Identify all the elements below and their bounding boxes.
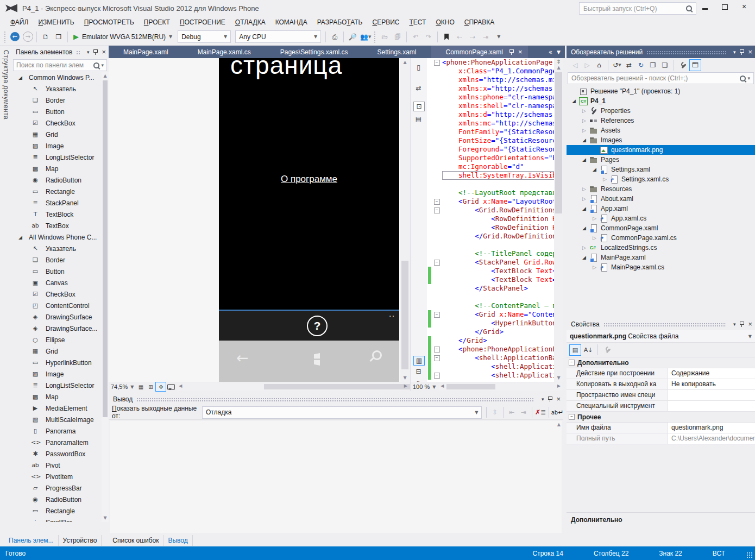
configuration-select[interactable]: Debug▼ [178,30,231,43]
solution-search-input[interactable]: Обозреватель решений - поиск (Ctrl+;) ▾ [568,72,754,84]
document-outline-icon[interactable]: ▤ [413,114,424,124]
preview-selected-items-icon[interactable]: 🗔 [689,59,701,71]
minimize-button[interactable] [695,0,715,13]
property-value[interactable]: questionmark.png [668,423,755,433]
outline-margin[interactable] [431,110,442,119]
tree-item[interactable]: Решение "P4_1" (проектов: 1) [567,86,755,96]
collapse-box-icon[interactable]: − [434,312,440,318]
outline-margin[interactable] [431,284,442,293]
outline-margin[interactable]: − [431,354,442,362]
close-icon[interactable]: × [748,321,752,327]
toolbox-item[interactable]: ▩Map [11,163,102,174]
menu-item-8[interactable]: СЕРВИС [367,17,404,28]
collapsed-arrow-icon[interactable]: ▷ [593,235,600,241]
forward-icon[interactable]: ▷ [582,60,593,71]
maximize-button[interactable] [715,0,734,13]
window-position-icon[interactable]: ▾ [542,397,544,402]
output-source-select[interactable]: Отладка▼ [202,406,482,419]
collapsed-arrow-icon[interactable]: ▷ [582,128,589,133]
menu-item-2[interactable]: ПРОСМОТРЕТЬ [79,17,139,28]
outline-margin[interactable] [431,119,442,128]
toolbox-item[interactable]: ▭Button [11,106,102,117]
solution-explorer-header[interactable]: Обозреватель решений ▾ × [567,46,755,58]
property-value[interactable] [668,390,755,400]
outline-margin[interactable] [431,102,442,110]
doc-tab-2[interactable]: Pages\Settings.xaml.cs [266,46,363,58]
resize-grip-icon[interactable] [746,552,753,558]
toolbox-search-input[interactable]: Поиск по панели элем ▾ [13,59,107,71]
outline-margin[interactable]: − [431,58,442,67]
alphabetical-sort-icon[interactable]: A↓ [583,345,594,355]
collapsed-arrow-icon[interactable]: ▷ [582,186,589,192]
outline-margin[interactable] [431,154,442,162]
prev-message-icon[interactable]: ⇤ [506,407,518,418]
redo-checkout-icon[interactable]: ↷ [422,30,435,43]
horizontal-split-icon[interactable]: ⊟ [413,367,424,376]
outline-margin[interactable] [431,319,442,328]
tree-item[interactable]: ◢Images [567,135,755,145]
property-row[interactable]: Специальный инструмент [567,401,755,412]
collapse-box-icon[interactable]: − [434,199,440,205]
tree-item[interactable]: ◢MainPage.xaml [567,253,755,262]
designer-horizontal-scrollbar[interactable]: ◀ ▶ [177,383,409,391]
property-value[interactable]: Содержание [668,368,755,379]
toolbox-item[interactable]: ▣Canvas [11,277,102,288]
toolbox-item[interactable]: ◰ContentControl [11,300,102,311]
collapse-box-icon[interactable]: − [434,60,440,66]
outline-margin[interactable] [431,84,442,93]
search-icon[interactable] [740,75,746,81]
properties-wrench-icon[interactable] [677,60,688,71]
menu-item-4[interactable]: ПОСТРОЕНИЕ [175,17,230,28]
close-icon[interactable]: × [556,396,561,402]
snaplines-toggle-icon[interactable]: ✥ [155,382,166,392]
toolbox-item[interactable]: ▭Rectangle [11,186,102,197]
expanded-arrow-icon[interactable]: ◢ [18,235,26,240]
outline-margin[interactable] [431,93,442,102]
start-debug-button[interactable]: ▶ Emulator WVGA 512MB(RU) ▼ [70,32,175,42]
toolbox-item[interactable]: ❏Border [11,95,102,106]
tab-overflow-icons[interactable]: «▼ [549,46,565,58]
platform-select[interactable]: Any CPU▼ [235,30,321,43]
toolbox-item[interactable]: abTextBox [11,220,102,231]
toolbox-item[interactable]: ▩Map [11,391,102,402]
collapsed-arrow-icon[interactable]: ▷ [582,108,589,114]
toolbox-item[interactable]: ↖Указатель [11,243,102,254]
show-all-files-icon[interactable]: ❏ [659,60,670,71]
toolbox-item[interactable]: abPivot [11,460,102,471]
back-icon[interactable]: ◁ [570,60,581,71]
tree-item[interactable]: ◢Settings.xaml [567,165,755,174]
search-icon[interactable] [93,62,99,68]
outline-margin[interactable] [431,215,442,223]
undo-checkout-icon[interactable]: ↶ [409,30,422,43]
expanded-arrow-icon[interactable]: ◢ [593,167,600,172]
show-grid-icon[interactable]: ▦ [136,382,146,391]
outline-margin[interactable] [431,162,442,171]
bottom-tab-center-1[interactable]: Вывод [163,535,192,546]
tree-item[interactable]: ▷App.xaml.cs [567,213,755,223]
collapse-box-icon[interactable]: − [434,260,440,266]
outline-margin[interactable] [431,171,442,180]
xaml-code-editor[interactable]: −<phone:PhoneApplicationPagex:Class="P4_… [427,58,554,382]
designer-zoom-select[interactable]: 74,5%▼ [109,383,136,390]
toolbox-scrollbar[interactable]: ▲ ▼ [102,72,109,522]
sync-selection-icon[interactable]: ⇄ [624,60,634,71]
toolbox-item[interactable]: TTextBlock [11,209,102,220]
designer-code-splitter[interactable]: ▯ ⇄ ⊡ ▤ ▥ ⊟ » [410,58,427,391]
outline-margin[interactable] [431,136,442,145]
tree-item[interactable]: ▷LocalizedStrings.cs [567,243,755,253]
doc-tab-3[interactable]: Settings.xaml [363,46,431,58]
toolbox-item[interactable]: ▦Grid [11,129,102,140]
outline-margin[interactable] [431,328,442,336]
bottom-tab-center-0[interactable]: Список ошибок [108,535,163,546]
toolbox-item[interactable]: ▭Rectangle [11,505,102,517]
outline-margin[interactable] [431,249,442,258]
toolbox-item[interactable]: ☑CheckBox [11,288,102,300]
next-bookmark-icon[interactable]: ⇢ [466,30,479,43]
expanded-arrow-icon[interactable]: ◢ [582,157,589,162]
collapse-box-icon[interactable]: − [434,347,440,353]
expanded-arrow-icon[interactable]: ◢ [582,206,589,211]
designer-vertical-scrollbar[interactable]: ▲ ▼ [400,58,410,382]
toolbox-item[interactable]: <>PivotItem [11,471,102,482]
property-row[interactable]: Полный путьC:\Users\Alexander\documents\ [567,433,755,444]
menu-item-9[interactable]: ТЕСТ [404,17,431,28]
